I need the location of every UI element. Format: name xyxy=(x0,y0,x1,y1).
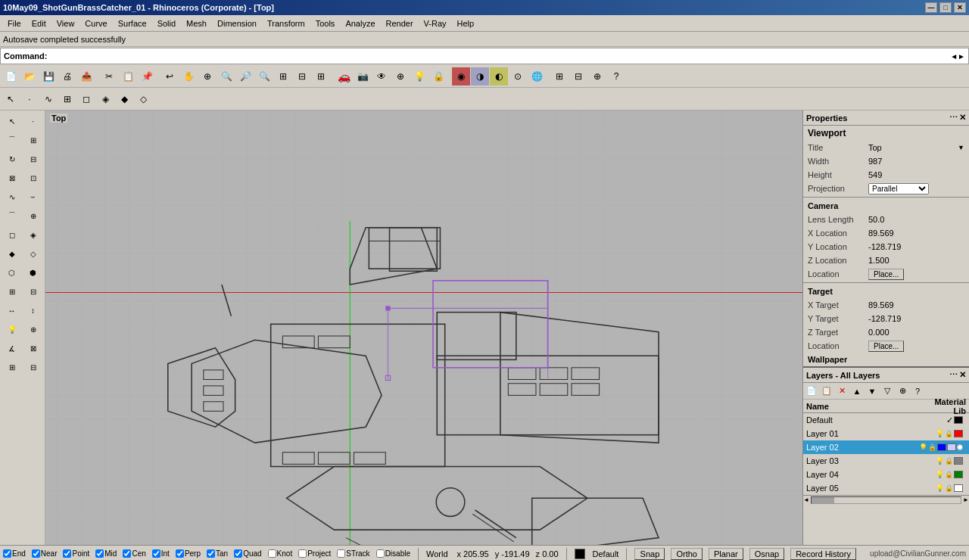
tb-open[interactable]: 📂 xyxy=(20,67,39,86)
tb2-solid1[interactable]: ◻ xyxy=(77,90,95,108)
prop-proj-select[interactable]: Parallel Perspective xyxy=(868,183,929,194)
menu-render[interactable]: Render xyxy=(382,17,418,30)
osnap-int[interactable]: Int xyxy=(152,549,170,558)
lt-pointer[interactable]: ↖ xyxy=(2,112,22,130)
tb-zoom2[interactable]: 🔎 xyxy=(236,67,254,86)
properties-expand[interactable]: ⋯ xyxy=(949,113,958,123)
tb2-meshpts[interactable]: ⊞ xyxy=(58,90,76,108)
cb-mid[interactable] xyxy=(95,549,104,558)
tb2-select[interactable]: ↖ xyxy=(2,90,20,108)
menu-view[interactable]: View xyxy=(52,17,79,30)
lt-rotate[interactable]: ↻ xyxy=(2,150,22,168)
tb-grid[interactable]: ⊞ xyxy=(312,67,330,86)
tb-color3[interactable]: ◐ xyxy=(490,67,508,86)
tb2-solid4[interactable]: ◇ xyxy=(134,90,152,108)
tb-mat[interactable]: 🌐 xyxy=(528,67,546,86)
layer-row-05[interactable]: Layer 05 💡 🔒 xyxy=(803,481,969,495)
tb-undo[interactable]: ↩ xyxy=(160,67,179,86)
lt-extra1[interactable]: ⊞ xyxy=(2,358,22,376)
tb-snap[interactable]: ⊕ xyxy=(588,67,606,86)
planar-btn[interactable]: Planar xyxy=(709,548,743,560)
tb2-curvepts[interactable]: ∿ xyxy=(39,90,58,108)
tb-zoom4[interactable]: ⊞ xyxy=(274,67,292,86)
tb-zoom3[interactable]: 🔍 xyxy=(255,67,273,86)
lt-surf4[interactable]: ◇ xyxy=(23,244,43,263)
menu-vray[interactable]: V-Ray xyxy=(419,17,451,30)
layer-row-04[interactable]: Layer 04 💡 🔒 xyxy=(803,468,969,481)
lt-curve2[interactable]: ⌣ xyxy=(23,188,43,206)
lt-surf3[interactable]: ◆ xyxy=(2,244,22,263)
tb-cam2[interactable]: 👁 xyxy=(372,67,391,86)
osnap-mid[interactable]: Mid xyxy=(95,549,117,558)
tb-layer2[interactable]: ⊟ xyxy=(569,67,587,86)
close-btn[interactable]: ✕ xyxy=(954,2,966,13)
menu-surface[interactable]: Surface xyxy=(114,17,151,30)
tb-color2[interactable]: ◑ xyxy=(471,67,489,86)
lt-analyze2[interactable]: ⊠ xyxy=(23,339,43,357)
scroll-left[interactable]: ◄ xyxy=(803,496,809,503)
tb-lock[interactable]: 🔒 xyxy=(429,67,447,86)
lt-extra2[interactable]: ⊟ xyxy=(23,358,43,376)
cb-disable[interactable] xyxy=(376,549,385,558)
lt-analyze[interactable]: ∡ xyxy=(2,339,22,357)
cb-project[interactable] xyxy=(298,549,307,558)
lt-obj[interactable]: ⊕ xyxy=(23,320,43,338)
menu-dimension[interactable]: Dimension xyxy=(213,17,261,30)
osnap-point[interactable]: Point xyxy=(63,549,89,558)
lt-surf1[interactable]: ◻ xyxy=(2,226,22,244)
layer-row-02[interactable]: Layer 02 💡 🔒 xyxy=(803,440,969,454)
tb-cam1[interactable]: 📷 xyxy=(354,67,372,86)
cb-point[interactable] xyxy=(63,549,71,558)
cb-cen[interactable] xyxy=(123,549,131,558)
menu-help[interactable]: Help xyxy=(453,17,479,30)
osnap-tan[interactable]: Tan xyxy=(207,549,228,558)
menu-transform[interactable]: Transform xyxy=(263,17,310,30)
lt-solid1[interactable]: ⬡ xyxy=(2,263,22,282)
prop-target-place-btn[interactable]: Place... xyxy=(868,341,904,352)
command-input[interactable] xyxy=(50,51,950,61)
osnap-perp[interactable]: Perp xyxy=(176,549,201,558)
lt-dim2[interactable]: ↕ xyxy=(23,301,43,319)
layer-down-btn[interactable]: ▼ xyxy=(865,384,879,398)
tb-zoom5[interactable]: ⊟ xyxy=(293,67,311,86)
tb-layer1[interactable]: ⊞ xyxy=(550,67,569,86)
tb-car[interactable]: 🚗 xyxy=(335,67,353,86)
tb2-pts[interactable]: · xyxy=(20,90,39,108)
cmd-arrow-left[interactable]: ◄ xyxy=(950,52,958,61)
tb-export[interactable]: 📤 xyxy=(77,67,95,86)
minimize-btn[interactable]: — xyxy=(925,2,937,13)
layer-delete-btn[interactable]: ✕ xyxy=(835,384,849,398)
osnap-knot[interactable]: Knot xyxy=(268,549,293,558)
menu-tools[interactable]: Tools xyxy=(311,17,340,30)
properties-close[interactable]: ✕ xyxy=(959,113,966,123)
cb-perp[interactable] xyxy=(176,549,184,558)
record-btn[interactable]: Record History xyxy=(790,548,856,560)
scroll-right[interactable]: ► xyxy=(963,496,969,503)
menu-mesh[interactable]: Mesh xyxy=(182,17,211,30)
tb2-solid2[interactable]: ◈ xyxy=(96,90,114,108)
ortho-btn[interactable]: Ortho xyxy=(671,548,703,560)
layer-up-btn[interactable]: ▲ xyxy=(850,384,864,398)
lt-scale[interactable]: ⊠ xyxy=(2,169,22,187)
layer-help-btn[interactable]: ? xyxy=(911,384,924,398)
osnap-quad[interactable]: Quad xyxy=(234,549,261,558)
layers-scrollbar[interactable]: ◄ ► xyxy=(803,495,969,504)
lt-align[interactable]: ⊡ xyxy=(23,169,43,187)
lt-arc[interactable]: ⌒ xyxy=(2,131,22,149)
layers-expand[interactable]: ⋯ xyxy=(949,370,958,380)
osnap-project[interactable]: Project xyxy=(298,549,331,558)
tb-select[interactable]: ⊕ xyxy=(198,67,217,86)
tb-color1[interactable]: ◉ xyxy=(452,67,470,86)
lt-mesh1[interactable]: ⊞ xyxy=(2,282,22,300)
tb-print[interactable]: 🖨 xyxy=(58,67,76,86)
osnap-disable[interactable]: Disable xyxy=(376,549,410,558)
tb-new[interactable]: 📄 xyxy=(2,67,20,86)
cmd-arrow-right[interactable]: ► xyxy=(958,52,965,61)
lt-dim[interactable]: ↔ xyxy=(2,301,22,319)
tb-paste[interactable]: 📌 xyxy=(138,67,156,86)
tb-help[interactable]: ? xyxy=(607,67,625,86)
tb-save[interactable]: 💾 xyxy=(39,67,58,86)
layer-filter-btn[interactable]: ▽ xyxy=(880,384,894,398)
layer-new-btn[interactable]: 📄 xyxy=(805,384,818,398)
tb-light1[interactable]: 💡 xyxy=(410,67,428,86)
